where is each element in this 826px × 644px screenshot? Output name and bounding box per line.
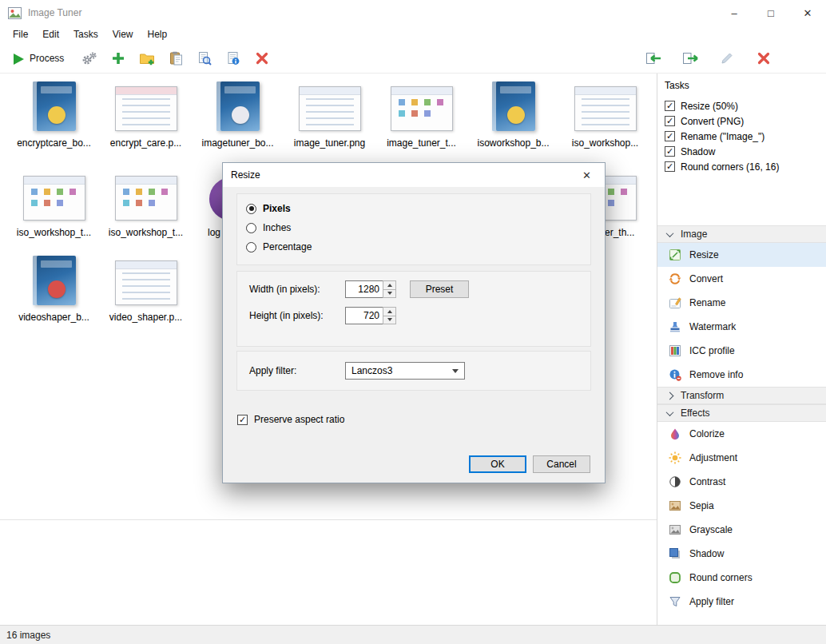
sidebar-item-rename[interactable]: Rename [657, 291, 826, 315]
sidebar-item-adjustment[interactable]: Adjustment [657, 446, 826, 470]
sidebar-item-icc-profile[interactable]: ICC profile [657, 339, 826, 363]
gears-icon [81, 51, 97, 66]
width-input[interactable] [345, 280, 383, 298]
thumbnail[interactable]: iso_workshop... [559, 78, 651, 161]
section-transform[interactable]: Transform [657, 387, 826, 404]
convert-icon [669, 272, 681, 285]
chevron-down-icon [666, 229, 674, 237]
checkbox-checked-icon: ✓ [665, 161, 675, 172]
filter-label: Apply filter: [249, 365, 296, 376]
thumbnail[interactable]: isoworkshop_b... [467, 78, 559, 161]
task-label: Round corners (16, 16) [681, 161, 779, 173]
minimize-button[interactable]: – [716, 0, 753, 26]
apply-filter-funnel-icon [669, 595, 681, 608]
spin-down-button[interactable] [383, 316, 396, 325]
radio-pixels[interactable]: Pixels [246, 199, 590, 218]
preview-magnifier-icon [197, 51, 212, 66]
preserve-aspect-checkbox[interactable]: ✓ Preserve aspect ratio [237, 414, 344, 425]
process-button[interactable]: Process [6, 46, 75, 70]
preset-button[interactable]: Preset [410, 280, 469, 298]
task-rename[interactable]: ✓Rename ("Image_") [665, 129, 826, 144]
dialog-body: Pixels Inches Percentage Width (in pixel… [223, 187, 605, 483]
sidebar-item-convert[interactable]: Convert [657, 267, 826, 291]
dialog-titlebar: Resize ✕ [223, 163, 605, 187]
statusbar: 16 images [0, 625, 826, 644]
section-effects[interactable]: Effects [657, 404, 826, 422]
sidebar-item-apply-filter[interactable]: Apply filter [657, 590, 826, 614]
task-shadow[interactable]: ✓Shadow [665, 144, 826, 159]
close-button[interactable]: ✕ [789, 0, 826, 26]
menu-tasks[interactable]: Tasks [66, 26, 105, 43]
dialog-close-button[interactable]: ✕ [569, 163, 605, 187]
thumbnail-label: iso_workshop... [559, 137, 651, 149]
sidebar-item-colorize[interactable]: Colorize [657, 422, 826, 446]
sidebar-item-resize[interactable]: Resize [657, 243, 826, 267]
maximize-button[interactable]: □ [753, 0, 789, 26]
height-input[interactable] [345, 307, 383, 324]
height-row: Height (in pixels): [237, 307, 590, 324]
load-tasks-button[interactable] [639, 46, 668, 70]
image-info-button[interactable] [219, 46, 248, 70]
task-round-corners[interactable]: ✓Round corners (16, 16) [665, 159, 826, 174]
task-resize[interactable]: ✓Resize (50%) [665, 98, 826, 113]
sidebar-item-label: Shadow [689, 548, 724, 559]
thumbnail[interactable]: iso_workshop_t... [100, 168, 192, 251]
sidebar-item-remove-info[interactable]: Remove info [657, 363, 826, 387]
sidebar-item-round-corners[interactable]: Round corners [657, 566, 826, 590]
edit-task-button[interactable] [713, 46, 741, 70]
thumbnail[interactable]: encrypt_care.p... [100, 78, 192, 161]
ok-button[interactable]: OK [469, 455, 526, 473]
thumbnail[interactable]: videoshaper_b... [8, 252, 100, 336]
preview-button[interactable] [190, 46, 219, 70]
sidebar-item-watermark[interactable]: Watermark [657, 315, 826, 339]
save-tasks-button[interactable] [676, 46, 705, 70]
task-label: Convert (PNG) [681, 116, 744, 127]
sidebar-item-sepia[interactable]: Sepia [657, 494, 826, 518]
section-image[interactable]: Image [657, 225, 826, 243]
thumbnail[interactable]: encryptcare_bo... [8, 78, 100, 161]
checkbox-checked-icon: ✓ [665, 131, 675, 141]
sidebar-item-contrast[interactable]: Contrast [657, 470, 826, 494]
thumbnail-label: video_shaper.p... [100, 312, 192, 323]
menu-file[interactable]: File [6, 26, 35, 43]
radio-label: Pixels [263, 203, 291, 214]
checkbox-checked-icon: ✓ [665, 146, 675, 157]
radio-inches[interactable]: Inches [246, 218, 590, 237]
menu-view[interactable]: View [105, 26, 141, 43]
remove-images-button[interactable] [248, 46, 276, 70]
thumbnail-label: isoworkshop_b... [467, 137, 559, 149]
cancel-button[interactable]: Cancel [533, 455, 590, 473]
thumbnail[interactable]: iso_workshop_t... [8, 168, 100, 251]
paste-button[interactable] [161, 46, 190, 70]
spin-down-button[interactable] [383, 289, 396, 299]
arrow-up-icon [387, 310, 392, 313]
sidebar-item-grayscale[interactable]: Grayscale [657, 518, 826, 542]
menu-edit[interactable]: Edit [35, 26, 66, 43]
panel-divider [0, 519, 657, 520]
thumbnail[interactable]: imagetuner_bo... [192, 78, 284, 161]
radio-percentage[interactable]: Percentage [246, 237, 590, 256]
thumbnail[interactable]: video_shaper.p... [100, 252, 192, 336]
sidebar-item-label: Grayscale [689, 524, 733, 535]
filter-combobox[interactable]: Lanczos3 [345, 362, 465, 380]
thumbnail-image [8, 78, 100, 131]
settings-button[interactable] [75, 46, 104, 70]
tasks-panel: Tasks ✓Resize (50%) ✓Convert (PNG) ✓Rena… [657, 74, 826, 174]
sidebar-item-label: Round corners [689, 572, 753, 583]
delete-task-button[interactable] [749, 46, 778, 70]
menu-help[interactable]: Help [141, 26, 175, 43]
sidebar-item-label: ICC profile [689, 345, 735, 356]
thumbnail[interactable]: image_tuner.png [284, 78, 375, 161]
thumbnail[interactable]: image_tuner_t... [375, 78, 467, 161]
thumbnail-label: image_tuner_t... [375, 137, 467, 149]
radio-label: Inches [263, 222, 291, 233]
sidebar-item-shadow[interactable]: Shadow [657, 542, 826, 566]
height-spinner [383, 307, 396, 324]
app-icon [8, 7, 22, 19]
add-images-button[interactable] [104, 46, 133, 70]
add-folder-button[interactable] [133, 46, 161, 70]
task-convert[interactable]: ✓Convert (PNG) [665, 113, 826, 129]
sepia-icon [669, 499, 681, 512]
menubar: File Edit Tasks View Help [0, 26, 826, 43]
thumbnail-label: encryptcare_bo... [8, 137, 100, 149]
